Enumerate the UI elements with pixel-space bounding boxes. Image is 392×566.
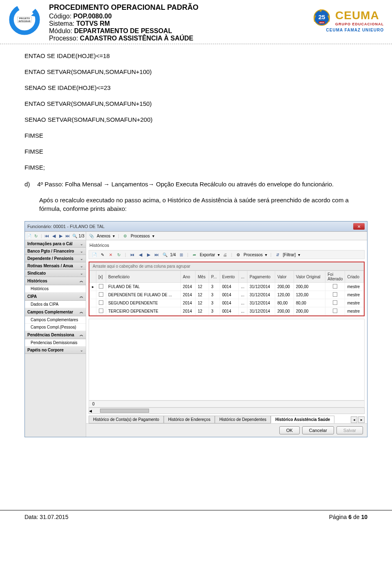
filtrar-dropdown[interactable]: [Filtrar] xyxy=(283,253,296,257)
page-header: PROJETO INTEGRAR PROCEDIMENTO OPERACIONA… xyxy=(0,0,392,44)
group-by-bar[interactable]: Arraste aqui o cabeçalho de uma coluna p… xyxy=(89,262,364,271)
step-block: d) 4º Passo: Folha Mensal → Lançamentos→… xyxy=(24,181,368,188)
content: ENTAO SE IDADE(HOJE)<=18 ENTAO SETVAR(SO… xyxy=(0,44,392,510)
sidebar-item[interactable]: Campos Complementares xyxy=(25,316,86,324)
sidebar-group[interactable]: Históricos︽ xyxy=(25,277,86,285)
print-icon[interactable]: 🖨 xyxy=(222,252,228,257)
prev-icon[interactable]: ◀ xyxy=(51,233,57,239)
grid-new-icon[interactable]: 📄 xyxy=(91,252,97,257)
column-header[interactable]: Mês xyxy=(196,271,209,283)
row-checkbox[interactable] xyxy=(99,284,103,289)
refresh-icon[interactable]: ↻ xyxy=(33,233,39,239)
tab[interactable]: Histórico de Conta(s) de Pagamento xyxy=(89,416,164,423)
table-row[interactable]: SEGUNDO DEPENDENTE20141230014...31/12/20… xyxy=(90,299,364,307)
window-titlebar: Funcionário: 00001 - FULANO DE TAL ✕ xyxy=(25,221,367,232)
sidebar-group[interactable]: Banco Pgto / Financeiro⌄ xyxy=(25,248,86,255)
header-codigo: Código: POP.0080.00 xyxy=(49,13,278,20)
tab[interactable]: Histórico Assistência Saúde xyxy=(271,416,334,423)
grid-edit-icon[interactable]: ✎ xyxy=(100,252,105,257)
column-header[interactable]: Criado xyxy=(345,271,364,283)
main-toolbar: 📎 Anexos▾ | ⚙ Processos▾ xyxy=(86,232,367,240)
processos-icon[interactable]: ⚙ xyxy=(122,233,128,239)
column-header[interactable]: Beneficiário xyxy=(106,271,181,283)
tab[interactable]: Histórico de Endereços xyxy=(164,416,215,423)
column-header[interactable]: Valor Original xyxy=(294,271,325,283)
grid-prev-icon[interactable]: ◀ xyxy=(138,252,143,257)
alterado-checkbox[interactable] xyxy=(333,292,337,297)
last-icon[interactable]: ⏭ xyxy=(65,233,71,239)
horizontal-scrollbar[interactable]: ◂ xyxy=(89,407,365,414)
footer-date: Data: 31.07.2015 xyxy=(24,514,68,520)
svg-text:ANOS: ANOS xyxy=(319,21,324,23)
anexos-dropdown[interactable]: Anexos xyxy=(97,234,110,238)
sidebar-item[interactable]: Dados da CIPA xyxy=(25,301,86,308)
sidebar-group[interactable]: Pendências Demissiona︽ xyxy=(25,331,86,339)
processos-dropdown[interactable]: Processos xyxy=(131,234,150,238)
grid-layout-icon[interactable]: ⊞ xyxy=(178,252,184,257)
column-header[interactable]: P... xyxy=(209,271,220,283)
first-icon[interactable]: ⏮ xyxy=(44,233,50,239)
row-checkbox[interactable] xyxy=(99,309,103,313)
new-icon[interactable]: 📄 xyxy=(26,233,32,239)
table-row[interactable]: ▸FULANO DE TAL20141230014...31/12/201420… xyxy=(90,283,364,291)
column-header[interactable]: Pagamento xyxy=(247,271,275,283)
sidebar-group[interactable]: CIPA︽ xyxy=(25,293,86,301)
grid-empty-area xyxy=(89,319,365,400)
next-icon[interactable]: ▶ xyxy=(58,233,64,239)
grid-first-icon[interactable]: ⏮ xyxy=(129,252,135,257)
code-block: ENTAO SE IDADE(HOJE)<=18 ENTAO SETVAR(SO… xyxy=(24,52,368,171)
row-checkbox[interactable] xyxy=(99,292,103,297)
code-line-2: ENTAO SETVAR(SOMAFUN,SOMAFUN+100) xyxy=(24,68,368,75)
tab-scroll-right[interactable]: ▸ xyxy=(358,416,365,423)
sidebar-group[interactable]: Dependente / Pensionis⌄ xyxy=(25,255,86,262)
column-header[interactable]: [x] xyxy=(96,271,106,283)
table-row[interactable]: DEPENDENTE DE FULANO DE ...20141230014..… xyxy=(90,291,364,299)
row-checkbox[interactable] xyxy=(99,300,103,305)
alterado-checkbox[interactable] xyxy=(333,300,337,305)
cancel-button[interactable]: Cancelar xyxy=(302,426,334,434)
gear-icon[interactable]: ⚙ xyxy=(236,252,241,257)
grid-delete-icon[interactable]: ✕ xyxy=(108,252,114,257)
tab[interactable]: Histórico de Dependentes xyxy=(215,416,271,423)
column-header[interactable]: ... xyxy=(239,271,247,283)
sub-processos-dropdown[interactable]: Processos xyxy=(244,253,263,257)
grid-next-icon[interactable]: ▶ xyxy=(146,252,151,257)
footer-pagination: Página 6 de 10 xyxy=(329,514,368,520)
sidebar-item[interactable]: Campos Compl.(Pessoa) xyxy=(25,324,86,331)
sidebar-item[interactable]: Históricos xyxy=(25,285,86,293)
logo-ceuma: 25 ANOS CEUMA GRUPO EDUCACIONAL CEUMA FA… xyxy=(278,3,384,36)
ok-button[interactable]: OK xyxy=(279,426,300,434)
sidebar: 📄 ↻ | ⏮ ◀ ▶ ⏭ 🔍 1/3 Informações para o C… xyxy=(25,232,86,437)
tab-scroll-left[interactable]: ◂ xyxy=(351,416,357,423)
sidebar-group[interactable]: Rotinas Mensais / Anua⌄ xyxy=(25,262,86,270)
grid-counter: 1/4 xyxy=(170,253,176,257)
table-row[interactable]: TERCEIRO DEPENDENTE20141230014...31/12/2… xyxy=(90,307,364,315)
sidebar-group[interactable]: Sindicato⌄ xyxy=(25,270,86,277)
close-button[interactable]: ✕ xyxy=(353,223,365,230)
grid-last-icon[interactable]: ⏭ xyxy=(154,252,160,257)
ceuma-subtitle1: GRUPO EDUCACIONAL xyxy=(335,22,384,26)
alterado-checkbox[interactable] xyxy=(333,284,337,289)
step-letter: d) xyxy=(24,181,30,188)
exportar-dropdown[interactable]: Exportar xyxy=(200,253,215,257)
dialog-buttons: OK Cancelar Salvar xyxy=(86,423,367,437)
ceuma-subtitle2: CEUMA FAMAZ UNIEURO xyxy=(326,28,384,32)
sidebar-group[interactable]: Campos Complementar︽ xyxy=(25,308,86,316)
save-button[interactable]: Salvar xyxy=(336,426,363,434)
export-icon[interactable]: ➦ xyxy=(192,252,197,257)
scroll-thumb[interactable] xyxy=(100,409,149,413)
column-header[interactable]: Ano xyxy=(180,271,195,283)
grid-search-icon[interactable]: 🔍 xyxy=(162,252,168,257)
alterado-checkbox[interactable] xyxy=(333,309,337,313)
sidebar-group[interactable]: Papéis no Corpore⌄ xyxy=(25,347,86,354)
filter-icon[interactable]: ⇵ xyxy=(275,252,281,257)
column-header[interactable]: Foi Alterado xyxy=(325,271,345,283)
column-header[interactable]: Evento xyxy=(220,271,238,283)
ceuma-brand: CEUMA xyxy=(335,9,384,22)
sidebar-group[interactable]: Informações para o Cál⌄ xyxy=(25,240,86,248)
search-icon[interactable]: 🔍 xyxy=(72,233,78,239)
sidebar-item[interactable]: Pendencias Demissionais xyxy=(25,339,86,347)
grid-refresh-icon[interactable]: ↻ xyxy=(116,252,122,257)
column-header[interactable]: Valor xyxy=(275,271,294,283)
attachment-icon[interactable]: 📎 xyxy=(89,233,94,239)
